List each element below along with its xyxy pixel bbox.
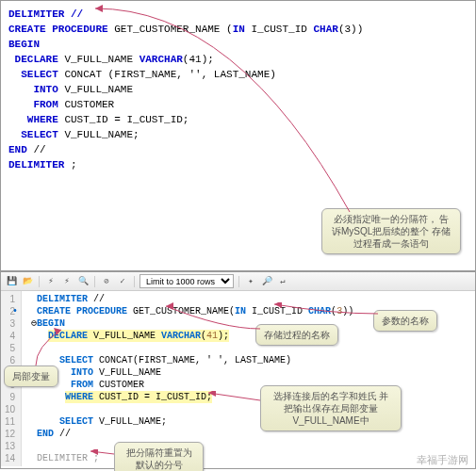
wrap-icon[interactable]: ↵ xyxy=(276,275,289,288)
toolbar: 💾 📂 ⚡ ⚡ 🔍 ⊘ ✓ Limit to 1000 rows ✦ 🔎 ↵ xyxy=(1,272,475,291)
open-icon[interactable]: 📂 xyxy=(21,275,34,288)
commit-icon[interactable]: ✓ xyxy=(116,275,129,288)
run-icon[interactable]: ⚡ xyxy=(44,275,57,288)
code-kw: DELIMITER // xyxy=(8,8,83,20)
editor-panel: 💾 📂 ⚡ ⚡ 🔍 ⊘ ✓ Limit to 1000 rows ✦ 🔎 ↵ 1… xyxy=(0,271,476,469)
callout-select: 选择连接后的名字和姓氏 并把输出保存在局部变量 V_FULL_NAME中 xyxy=(260,385,402,431)
explain-icon[interactable]: 🔍 xyxy=(76,275,90,288)
find-icon[interactable]: 🔎 xyxy=(260,275,273,288)
top-code-panel: DELIMITER // CREATE PROCEDURE GET_CUSTOM… xyxy=(0,0,476,271)
limit-dropdown[interactable]: Limit to 1000 rows xyxy=(140,274,234,288)
callout-param-name: 参数的名称 xyxy=(373,310,437,332)
callout-proc-name: 存储过程的名称 xyxy=(255,324,338,346)
callout-reset-delim: 把分隔符重置为 默认的分号 xyxy=(114,442,204,471)
callout-delimiter: 必须指定唯一的分隔符， 告诉MySQL把后续的整个 存储过程看成一条语句 xyxy=(321,208,461,254)
save-icon[interactable]: 💾 xyxy=(5,275,18,288)
callout-local-var: 局部变量 xyxy=(4,365,58,387)
watermark: 幸福手游网 xyxy=(417,453,468,467)
run-script-icon[interactable]: ⚡ xyxy=(60,275,74,288)
stop-icon[interactable]: ⊘ xyxy=(100,275,113,288)
beautify-icon[interactable]: ✦ xyxy=(244,275,257,288)
